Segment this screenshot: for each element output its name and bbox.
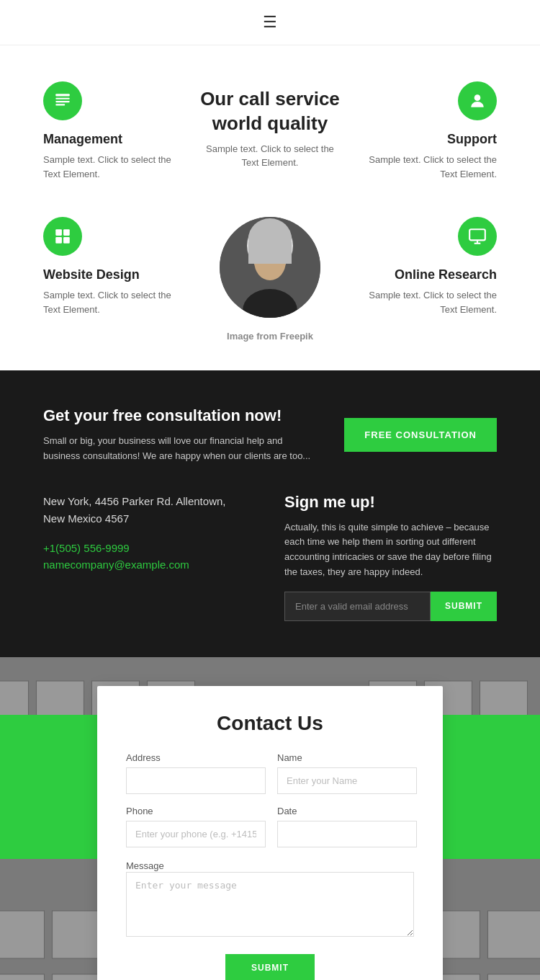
website-design-icon (43, 217, 82, 256)
image-credit: Image from Freepik (227, 324, 313, 363)
website-design-title: Website Design (43, 267, 185, 282)
services-bottom-section: Website Design Sample text. Click to sel… (0, 202, 540, 370)
phone-input[interactable] (126, 821, 266, 847)
dark-cta-section: Get your free consultation now! Small or… (0, 370, 540, 657)
message-textarea[interactable] (126, 872, 414, 937)
signup-text: Actually, this is quite simple to achiev… (284, 520, 497, 580)
signup-submit-button[interactable]: SUBMIT (431, 592, 497, 621)
contact-form-card: Contact Us Address Name Phone Date Messa… (97, 686, 443, 980)
profile-avatar (220, 217, 320, 318)
contact-form-title: Contact Us (126, 712, 414, 735)
support-title: Support (447, 132, 497, 147)
contact-email: namecompany@example.com (43, 558, 256, 571)
support-service: Support Sample text. Click to select the… (355, 81, 497, 181)
services-top-section: Management Sample text. Click to select … (0, 45, 540, 202)
online-research-service: Online Research Sample text. Click to se… (355, 217, 497, 316)
svg-rect-3 (55, 104, 65, 105)
contact-info-block: New York, 4456 Parker Rd. Allentown, New… (43, 493, 256, 621)
dark-bottom-row: New York, 4456 Parker Rd. Allentown, New… (43, 493, 497, 621)
svg-rect-7 (55, 237, 62, 244)
free-consultation-button[interactable]: FREE CONSULTATION (344, 418, 497, 452)
contact-submit-button[interactable]: SUBMIT (225, 954, 315, 980)
signup-block: Sign me up! Actually, this is quite simp… (284, 493, 497, 621)
svg-rect-8 (63, 237, 70, 244)
message-label: Message (126, 860, 164, 871)
email-signup-row: SUBMIT (284, 592, 497, 621)
date-group: Date (277, 806, 417, 847)
navbar: ☰ (0, 0, 540, 45)
svg-rect-2 (55, 101, 70, 102)
online-research-text: Sample text. Click to select the Text El… (355, 288, 497, 316)
name-label: Name (277, 752, 417, 763)
address-name-row: Address Name (126, 752, 414, 794)
svg-rect-34 (0, 911, 45, 958)
contact-phone: +1(505) 556-9999 (43, 542, 256, 554)
green-accent-right (436, 715, 540, 859)
contact-address: New York, 4456 Parker Rd. Allentown, New… (43, 493, 256, 527)
profile-image-block: Image from Freepik (199, 217, 341, 363)
address-label: Address (126, 752, 266, 763)
svg-rect-37 (488, 911, 541, 958)
svg-rect-15 (469, 229, 485, 240)
management-service: Management Sample text. Click to select … (43, 81, 185, 181)
management-text: Sample text. Click to select the Text El… (43, 153, 185, 181)
email-signup-input[interactable] (284, 592, 431, 621)
svg-rect-0 (55, 94, 70, 96)
name-group: Name (277, 752, 417, 794)
address-group: Address (126, 752, 266, 794)
dark-top-row: Get your free consultation now! Small or… (43, 406, 497, 464)
svg-rect-41 (488, 974, 541, 980)
message-group: Message (126, 859, 414, 940)
website-design-service: Website Design Sample text. Click to sel… (43, 217, 185, 316)
svg-rect-38 (0, 974, 45, 980)
management-title: Management (43, 132, 185, 147)
phone-group: Phone (126, 806, 266, 847)
dark-description: Small or big, your business will love ou… (43, 434, 315, 464)
support-icon (458, 81, 497, 120)
svg-rect-6 (63, 229, 70, 236)
svg-rect-1 (55, 98, 70, 99)
green-accent-left (0, 715, 104, 859)
phone-date-row: Phone Date (126, 806, 414, 847)
main-heading: Our call service world quality (200, 87, 340, 136)
online-research-title: Online Research (395, 267, 497, 282)
svg-rect-14 (248, 242, 292, 264)
date-input[interactable] (277, 821, 417, 847)
dark-heading: Get your free consultation now! (43, 406, 315, 425)
support-text: Sample text. Click to select the Text El… (355, 153, 497, 181)
center-heading-block: Our call service world quality Sample te… (199, 81, 341, 170)
phone-label: Phone (126, 806, 266, 816)
svg-point-4 (474, 94, 481, 101)
website-design-text: Sample text. Click to select the Text El… (43, 288, 185, 316)
management-icon (43, 81, 82, 120)
address-input[interactable] (126, 767, 266, 794)
contact-section: Contact Us Address Name Phone Date Messa… (0, 657, 540, 980)
signup-title: Sign me up! (284, 493, 497, 512)
name-input[interactable] (277, 767, 417, 794)
date-label: Date (277, 806, 417, 816)
dark-left-content: Get your free consultation now! Small or… (43, 406, 315, 464)
online-research-icon (458, 217, 497, 256)
menu-icon[interactable]: ☰ (263, 13, 277, 32)
center-text: Sample text. Click to select the Text El… (199, 142, 341, 170)
svg-rect-5 (55, 229, 62, 236)
